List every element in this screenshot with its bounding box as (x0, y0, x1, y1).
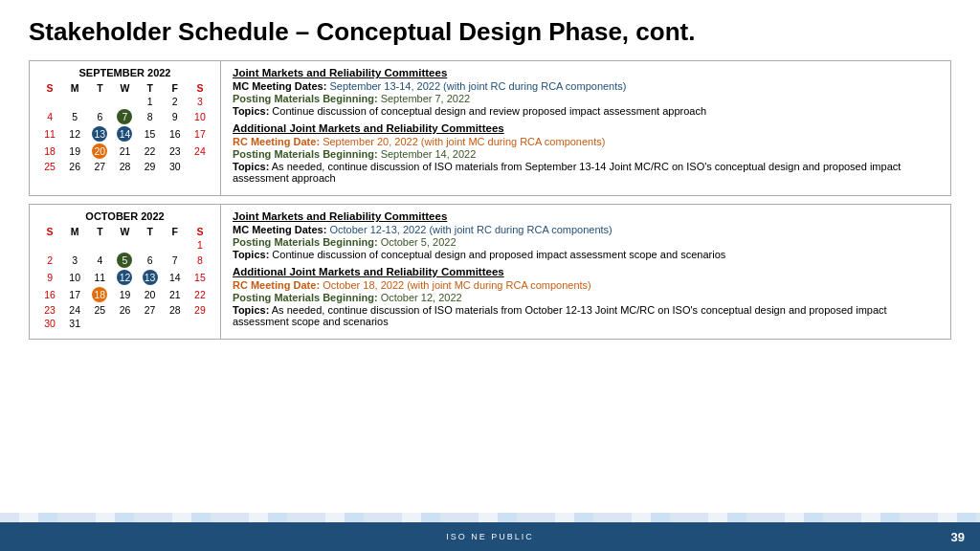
oct-cal-header-fri: F (163, 225, 188, 238)
oct-cal-header-thu: T (138, 225, 163, 238)
oct-topics2-text: As needed, continue discussion of ISO ma… (233, 304, 887, 327)
table-row: 1 2 3 (37, 95, 212, 108)
oct-rc-label: RC Meeting Date: (233, 279, 320, 291)
cal-header-fri: F (163, 81, 188, 95)
oct-mc-label: MC Meeting Dates: (233, 224, 326, 235)
oct-posting2-date: October 12, 2022 (381, 292, 462, 303)
sept-posting2-label: Posting Materials Beginning: (233, 148, 378, 160)
table-row: 25 26 27 28 29 30 (37, 160, 212, 173)
oct-cal-header-sat: S (188, 225, 212, 238)
oct-cal-header-sun: S (37, 225, 62, 238)
september-calendar-table: S M T W T F S (37, 81, 212, 173)
oct-topics2-line: Topics: As needed, continue discussion o… (233, 304, 939, 327)
cal-header-sat: S (188, 81, 212, 95)
september-info: Joint Markets and Reliability Committees… (221, 61, 950, 195)
october-info: Joint Markets and Reliability Committees… (221, 205, 950, 339)
oct-heading2: Additional Joint Markets and Reliability… (233, 266, 939, 277)
footer-bar: ISO NE PUBLIC 39 (0, 522, 980, 551)
september-section: SEPTEMBER 2022 S M T W T F S (29, 60, 951, 196)
oct-posting-date: October 5, 2022 (381, 236, 457, 248)
oct-posting-label: Posting Materials Beginning: (233, 236, 378, 248)
sept-heading2: Additional Joint Markets and Reliability… (233, 122, 939, 134)
sept-14-highlight: 14 (117, 126, 132, 142)
sept-posting2-line: Posting Materials Beginning: September 1… (233, 148, 939, 160)
cal-header-sun: S (37, 81, 62, 95)
table-row: 11 12 13 14 15 16 17 (37, 125, 212, 143)
table-row: 9 10 11 12 13 14 15 (37, 269, 212, 286)
sept-13-highlight: 13 (92, 126, 107, 142)
page-number: 39 (951, 530, 965, 544)
october-calendar: OCTOBER 2022 S M T W T F S (30, 205, 221, 339)
sept-rc-date: September 20, 2022 (with joint MC during… (323, 136, 605, 147)
sept-mc-date: September 13-14, 2022 (with joint RC dur… (329, 80, 626, 92)
table-row: 1 (37, 238, 212, 252)
september-calendar-title: SEPTEMBER 2022 (37, 67, 212, 78)
oct-rc-line: RC Meeting Date: October 18, 2022 (with … (233, 279, 939, 291)
sept-rc-line: RC Meeting Date: September 20, 2022 (wit… (233, 136, 939, 147)
oct-cal-header-wed: W (112, 225, 137, 238)
oct-posting2-line: Posting Materials Beginning: October 12,… (233, 292, 939, 303)
oct-heading1: Joint Markets and Reliability Committees (233, 210, 939, 222)
oct-5-highlight: 5 (117, 253, 132, 268)
october-calendar-title: OCTOBER 2022 (37, 210, 212, 222)
sept-topics2-text: As needed, continue discussion of ISO ma… (233, 161, 901, 184)
sept-posting-date: September 7, 2022 (381, 93, 471, 104)
october-calendar-table: S M T W T F S (37, 225, 212, 330)
table-row: 30 31 (37, 317, 212, 330)
oct-topics-label: Topics: (233, 249, 269, 260)
oct-12-highlight: 12 (117, 270, 132, 285)
cal-header-wed: W (112, 81, 137, 95)
sept-posting2-date: September 14, 2022 (381, 148, 477, 160)
sept-mc-label: MC Meeting Dates: (233, 80, 326, 92)
sept-20-highlight: 20 (92, 143, 107, 159)
table-row: 16 17 18 19 20 21 22 (37, 286, 212, 303)
cal-header-mon: M (62, 81, 87, 95)
footer-text: ISO NE PUBLIC (446, 532, 534, 541)
sept-topics-text: Continue discussion of conceptual design… (272, 105, 706, 117)
content-area: SEPTEMBER 2022 S M T W T F S (29, 60, 951, 340)
sept-topics2-line: Topics: As needed, continue discussion o… (233, 161, 939, 184)
table-row: 18 19 20 21 22 23 24 (37, 143, 212, 160)
oct-posting-line: Posting Materials Beginning: October 5, … (233, 236, 939, 248)
oct-topics-text: Continue discussion of conceptual design… (272, 249, 725, 260)
sept-posting-line: Posting Materials Beginning: September 7… (233, 93, 939, 104)
table-row: 2 3 4 5 6 7 8 (37, 252, 212, 269)
page-title: Stakeholder Schedule – Conceptual Design… (29, 17, 951, 47)
sept-rc-label: RC Meeting Date: (233, 136, 320, 147)
oct-mc-date: October 12-13, 2022 (with joint RC durin… (329, 224, 612, 235)
table-row: 4 5 6 7 8 9 10 (37, 108, 212, 125)
oct-topics2-label: Topics: (233, 304, 269, 316)
sept-topics-line: Topics: Continue discussion of conceptua… (233, 105, 939, 117)
oct-13-highlight: 13 (143, 270, 158, 285)
oct-rc-date: October 18, 2022 (with joint MC during R… (323, 279, 591, 291)
sept-heading1: Joint Markets and Reliability Committees (233, 67, 939, 78)
sept-mc-line: MC Meeting Dates: September 13-14, 2022 … (233, 80, 939, 92)
oct-topics-line: Topics: Continue discussion of conceptua… (233, 249, 939, 260)
sept-7-highlight: 7 (117, 109, 132, 124)
cal-header-thu: T (138, 81, 163, 95)
main-container: Stakeholder Schedule – Conceptual Design… (0, 0, 980, 349)
oct-posting2-label: Posting Materials Beginning: (233, 292, 378, 303)
oct-mc-line: MC Meeting Dates: October 12-13, 2022 (w… (233, 224, 939, 235)
oct-18-highlight: 18 (92, 287, 107, 302)
cal-header-tue: T (87, 81, 112, 95)
footer-decoration (0, 513, 980, 522)
sept-posting-label: Posting Materials Beginning: (233, 93, 378, 104)
sept-topics-label: Topics: (233, 105, 269, 117)
october-section: OCTOBER 2022 S M T W T F S (29, 204, 951, 340)
sept-topics2-label: Topics: (233, 161, 269, 172)
september-calendar: SEPTEMBER 2022 S M T W T F S (30, 61, 221, 195)
table-row: 23 24 25 26 27 28 29 (37, 303, 212, 317)
oct-cal-header-mon: M (62, 225, 87, 238)
oct-cal-header-tue: T (87, 225, 112, 238)
